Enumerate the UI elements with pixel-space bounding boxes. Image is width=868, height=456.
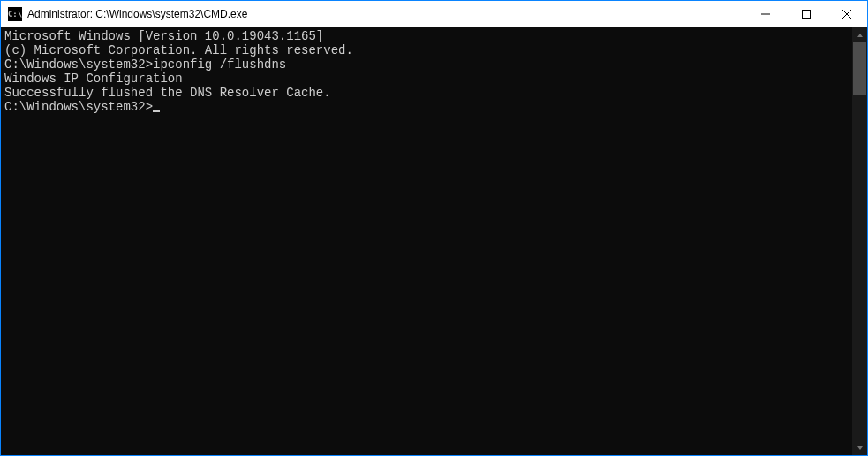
prompt-path: C:\Windows\system32> bbox=[4, 57, 153, 72]
chevron-down-icon bbox=[857, 445, 864, 452]
entered-command: ipconfig /flushdns bbox=[153, 57, 286, 72]
prompt-path: C:\Windows\system32> bbox=[4, 100, 153, 114]
client-area: Microsoft Windows [Version 10.0.19043.11… bbox=[1, 27, 867, 455]
terminal-output[interactable]: Microsoft Windows [Version 10.0.19043.11… bbox=[1, 27, 852, 455]
chevron-up-icon bbox=[857, 32, 864, 39]
close-button[interactable] bbox=[826, 1, 867, 27]
output-line: Microsoft Windows [Version 10.0.19043.11… bbox=[4, 29, 852, 43]
scroll-thumb[interactable] bbox=[853, 42, 866, 95]
scroll-up-button[interactable] bbox=[852, 27, 867, 42]
cmd-app-icon: C:\ bbox=[8, 7, 22, 21]
output-line: Successfully flushed the DNS Resolver Ca… bbox=[4, 86, 852, 100]
window-title: Administrator: C:\Windows\system32\CMD.e… bbox=[27, 8, 247, 20]
vertical-scrollbar[interactable] bbox=[852, 27, 867, 455]
scroll-down-button[interactable] bbox=[852, 440, 867, 455]
current-prompt-line[interactable]: C:\Windows\system32> bbox=[4, 100, 852, 114]
minimize-button[interactable] bbox=[745, 1, 786, 27]
text-cursor bbox=[153, 110, 160, 112]
maximize-icon bbox=[802, 10, 811, 19]
output-line: Windows IP Configuration bbox=[4, 72, 852, 86]
svg-marker-4 bbox=[857, 34, 863, 37]
prompt-line: C:\Windows\system32>ipconfig /flushdns bbox=[4, 57, 852, 72]
titlebar[interactable]: C:\ Administrator: C:\Windows\system32\C… bbox=[1, 1, 867, 27]
cmd-window: C:\ Administrator: C:\Windows\system32\C… bbox=[0, 0, 868, 456]
svg-rect-1 bbox=[803, 11, 811, 19]
output-line: (c) Microsoft Corporation. All rights re… bbox=[4, 43, 852, 57]
close-icon bbox=[842, 10, 851, 19]
svg-marker-5 bbox=[857, 446, 863, 450]
maximize-button[interactable] bbox=[786, 1, 826, 27]
minimize-icon bbox=[761, 10, 770, 19]
